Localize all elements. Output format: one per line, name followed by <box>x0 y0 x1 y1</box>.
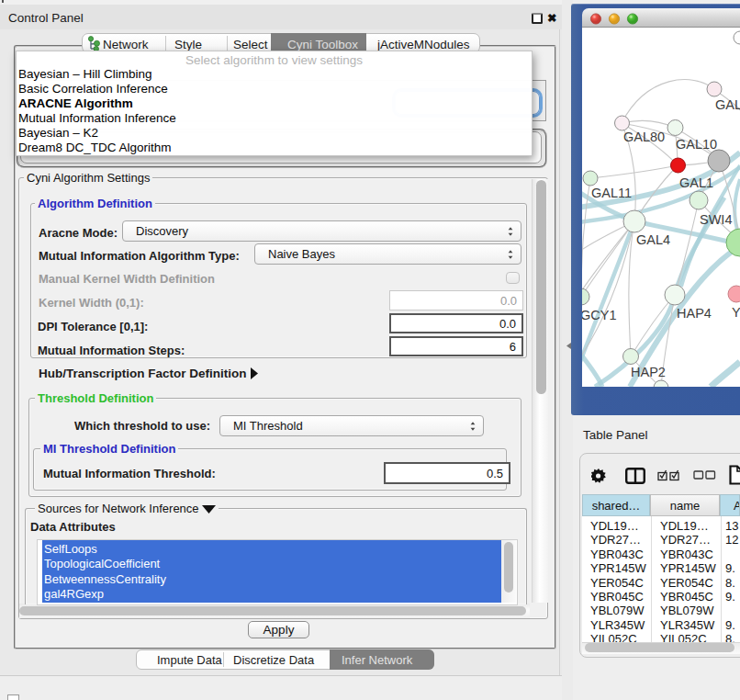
svg-text:GAL4: GAL4 <box>636 232 670 247</box>
svg-text:GAL: GAL <box>715 97 740 112</box>
svg-text:GAL1: GAL1 <box>679 175 713 190</box>
svg-text:GAL80: GAL80 <box>623 130 665 144</box>
svg-text:HAP2: HAP2 <box>631 365 666 379</box>
svg-text:SWI4: SWI4 <box>700 212 732 227</box>
svg-text:HAP4: HAP4 <box>677 306 712 321</box>
svg-text:Y: Y <box>732 305 740 320</box>
svg-text:GCY1: GCY1 <box>582 308 617 322</box>
svg-text:GAL10: GAL10 <box>676 137 717 152</box>
svg-text:GAL11: GAL11 <box>591 186 632 200</box>
